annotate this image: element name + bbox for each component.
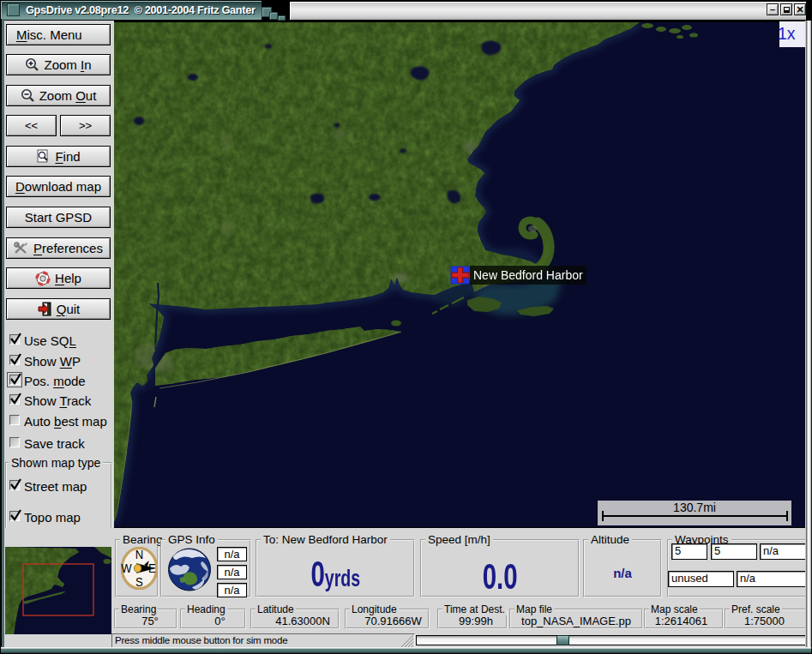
svg-text:S: S <box>135 576 143 589</box>
svg-text:N: N <box>135 549 143 561</box>
svg-text:W: W <box>121 562 132 575</box>
